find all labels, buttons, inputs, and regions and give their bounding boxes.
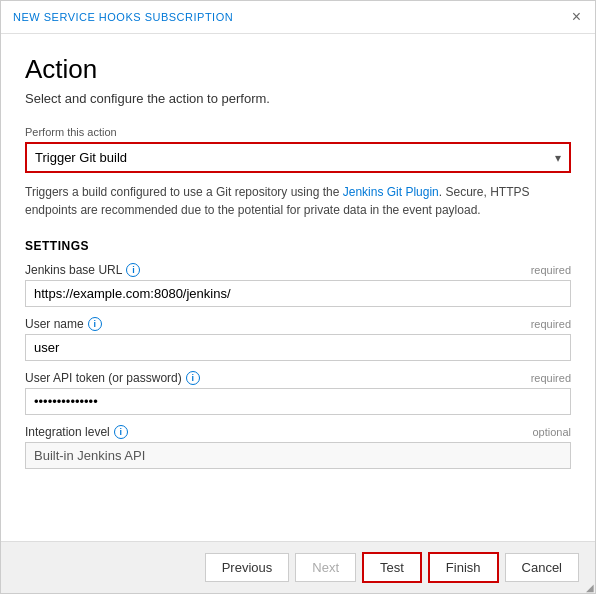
field-username: User name i required bbox=[25, 317, 571, 361]
dialog-title: NEW SERVICE HOOKS SUBSCRIPTION bbox=[13, 11, 233, 23]
resize-handle[interactable]: ◢ bbox=[583, 581, 595, 593]
integration-level-label: Integration level i bbox=[25, 425, 128, 439]
integration-level-info-icon[interactable]: i bbox=[114, 425, 128, 439]
test-button[interactable]: Test bbox=[362, 552, 422, 583]
username-info-icon[interactable]: i bbox=[88, 317, 102, 331]
field-jenkins-url: Jenkins base URL i required bbox=[25, 263, 571, 307]
description-text: Triggers a build configured to use a Git… bbox=[25, 183, 571, 219]
jenkins-url-info-icon[interactable]: i bbox=[126, 263, 140, 277]
page-title: Action bbox=[25, 54, 571, 85]
integration-level-input[interactable] bbox=[25, 442, 571, 469]
api-token-info-icon[interactable]: i bbox=[186, 371, 200, 385]
previous-button[interactable]: Previous bbox=[205, 553, 290, 582]
page-subtitle: Select and configure the action to perfo… bbox=[25, 91, 571, 106]
close-button[interactable]: × bbox=[570, 9, 583, 25]
settings-heading: SETTINGS bbox=[25, 239, 571, 253]
jenkins-url-required: required bbox=[531, 264, 571, 276]
next-button[interactable]: Next bbox=[295, 553, 356, 582]
field-api-token: User API token (or password) i required bbox=[25, 371, 571, 415]
jenkins-url-input[interactable] bbox=[25, 280, 571, 307]
finish-button[interactable]: Finish bbox=[428, 552, 499, 583]
action-dropdown-wrapper: Trigger Git build ▾ bbox=[25, 142, 571, 173]
action-dropdown[interactable]: Trigger Git build bbox=[27, 144, 569, 171]
username-required: required bbox=[531, 318, 571, 330]
dialog-body: Action Select and configure the action t… bbox=[1, 34, 595, 541]
dialog-header: NEW SERVICE HOOKS SUBSCRIPTION × bbox=[1, 1, 595, 34]
cancel-button[interactable]: Cancel bbox=[505, 553, 579, 582]
jenkins-url-label: Jenkins base URL i bbox=[25, 263, 140, 277]
username-label: User name i bbox=[25, 317, 102, 331]
api-token-label: User API token (or password) i bbox=[25, 371, 200, 385]
jenkins-git-plugin-link[interactable]: Jenkins Git Plugin bbox=[343, 185, 439, 199]
api-token-input[interactable] bbox=[25, 388, 571, 415]
username-input[interactable] bbox=[25, 334, 571, 361]
dialog-footer: Previous Next Test Finish Cancel bbox=[1, 541, 595, 593]
dialog-container: NEW SERVICE HOOKS SUBSCRIPTION × Action … bbox=[0, 0, 596, 594]
integration-level-required: optional bbox=[532, 426, 571, 438]
perform-action-label: Perform this action bbox=[25, 126, 571, 138]
field-integration-level: Integration level i optional bbox=[25, 425, 571, 469]
api-token-required: required bbox=[531, 372, 571, 384]
